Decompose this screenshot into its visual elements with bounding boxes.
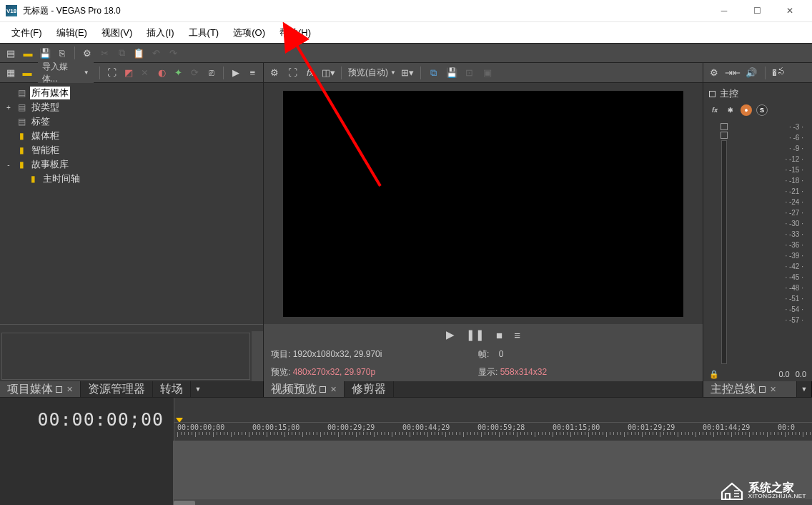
save-snapshot-icon[interactable]: 💾 (445, 67, 458, 79)
play-button[interactable]: ▶ (446, 328, 455, 341)
open-icon[interactable]: ▬ (21, 46, 34, 59)
tree-item-media-bins[interactable]: ▮ 媒体柜 (1, 129, 262, 143)
copy-snapshot-icon[interactable]: ⧉ (427, 67, 440, 79)
menu-view[interactable]: 视图(V) (94, 24, 139, 42)
copy-icon[interactable]: ⧉ (115, 46, 128, 59)
mixer-settings-icon[interactable]: ⚙ (708, 67, 721, 79)
thumbnail-view[interactable] (1, 333, 250, 380)
minimize-button[interactable]: ─ (708, 0, 741, 21)
menu-options[interactable]: 选项(O) (226, 24, 272, 42)
redo-icon[interactable]: ↷ (167, 46, 179, 59)
overlay-icon[interactable]: ⊞▾ (401, 67, 414, 79)
master-toggle-icon[interactable] (709, 91, 716, 97)
menu-insert[interactable]: 插入(I) (139, 24, 181, 42)
menu-button[interactable]: ≡ (514, 329, 520, 341)
preview-label: 预览: (271, 367, 290, 377)
menu-help[interactable]: 帮助(H) (272, 24, 318, 42)
master-mute-icon[interactable]: ● (741, 104, 752, 116)
expand-icon[interactable]: + (4, 104, 13, 112)
display-value: 558x314x32 (500, 367, 547, 377)
dim-icon[interactable]: 🔊 (745, 67, 758, 79)
dock-icon[interactable] (759, 386, 766, 393)
region-icon[interactable]: ⊡ (463, 67, 476, 79)
collapse-icon[interactable]: - (4, 161, 13, 169)
scrollbar-thumb[interactable] (174, 501, 195, 505)
dock-icon[interactable] (56, 386, 62, 393)
splitter-horizontal[interactable] (0, 324, 263, 331)
toolbar-separator (765, 67, 766, 79)
scale-tick: · -3 · (789, 123, 803, 131)
tab-explorer[interactable]: 资源管理器 (81, 381, 153, 397)
tree-item-main-timeline[interactable]: ▮ 主时间轴 (13, 172, 262, 186)
capture-icon[interactable]: ⛶ (106, 67, 118, 79)
video-fx-icon[interactable]: fx (304, 67, 317, 79)
undo-icon[interactable]: ↶ (149, 46, 162, 59)
render-icon[interactable]: ⎘ (56, 46, 69, 59)
media-fx-icon[interactable]: ✦ (172, 67, 184, 79)
media-folder-icon[interactable]: ▬ (21, 67, 33, 79)
media-view-icon[interactable]: ▦ (4, 67, 16, 79)
lock-icon[interactable]: 🔒 (709, 370, 719, 379)
timeline-ruler[interactable]: 00:00:00;0000:00:15;0000:00:29;2900:00:4… (174, 398, 812, 441)
downmix-icon[interactable]: ⇥⇤ (726, 67, 739, 79)
project-value: 1920x1080x32, 29.970i (293, 349, 382, 359)
preview-settings-icon[interactable]: ⚙ (268, 67, 281, 79)
import-media-button[interactable]: 导入媒体... ▼ (38, 59, 94, 87)
scrollbar-vertical[interactable] (252, 331, 263, 381)
cut-icon[interactable]: ✂ (98, 46, 111, 59)
tab-overflow-icon[interactable]: ▼ (797, 381, 811, 397)
safe-area-icon[interactable]: ▣ (481, 67, 494, 79)
split-screen-icon[interactable]: ◫▾ (322, 67, 335, 79)
save-icon[interactable]: 💾 (39, 46, 51, 59)
menu-edit[interactable]: 编辑(E) (49, 24, 94, 42)
track-header-area[interactable] (0, 441, 174, 505)
properties-icon[interactable]: ⚙ (81, 46, 94, 59)
pause-button[interactable]: ❚❚ (466, 328, 485, 341)
master-automation-icon[interactable]: ✱ (725, 104, 736, 116)
refresh-icon[interactable]: ⟳ (189, 67, 201, 79)
tab-label: 视频预览 (271, 382, 317, 397)
stop-button[interactable]: ■ (496, 329, 502, 341)
meter-peak-icon[interactable] (721, 132, 728, 139)
tab-master-bus[interactable]: 主控总线 ✕ (703, 381, 797, 397)
timecode-display[interactable]: 00:00:00;00 (0, 398, 174, 441)
tree-item-tags[interactable]: ▤ 标签 (1, 114, 262, 129)
preview-quality-dropdown[interactable]: 预览(自动) ▼ (348, 67, 396, 79)
scrollbar-horizontal[interactable] (174, 499, 812, 505)
paste-icon[interactable]: 📋 (132, 46, 145, 59)
project-label: 项目: (271, 349, 290, 359)
close-icon[interactable]: ✕ (66, 385, 73, 394)
tab-trimmer[interactable]: 修剪器 (345, 381, 394, 397)
tab-overflow-icon[interactable]: ▼ (191, 381, 205, 397)
play-icon[interactable]: ▶ (229, 67, 242, 79)
tree-item-storyboard[interactable]: - ▮ 故事板库 (1, 157, 262, 172)
tree-item-smart-bins[interactable]: ▮ 智能柜 (1, 143, 262, 157)
faders-icon[interactable]: �న (773, 67, 786, 79)
options-icon[interactable]: ≡ (247, 67, 259, 79)
dock-icon[interactable] (320, 386, 326, 393)
tab-project-media[interactable]: 项目媒体 ✕ (0, 381, 81, 397)
master-solo-icon[interactable]: S (756, 104, 768, 116)
close-icon[interactable]: ✕ (770, 385, 776, 394)
track-content-area[interactable] (174, 441, 812, 505)
tree-item-by-type[interactable]: + ▤ 按类型 (1, 100, 262, 114)
meter-peak-icon[interactable] (721, 123, 728, 130)
new-project-icon[interactable]: ▤ (4, 46, 17, 59)
menu-tools[interactable]: 工具(T) (182, 24, 227, 42)
tree-item-all-media[interactable]: ▤ 所有媒体 (1, 86, 262, 100)
master-fx-icon[interactable]: fx (709, 104, 721, 116)
menu-file[interactable]: 文件(F) (4, 24, 49, 42)
maximize-button[interactable]: ☐ (741, 0, 773, 21)
remove-icon[interactable]: ⨯ (139, 67, 151, 79)
close-button[interactable]: ✕ (773, 0, 806, 21)
external-monitor-icon[interactable]: ⛶ (286, 67, 299, 79)
close-icon[interactable]: ✕ (330, 385, 337, 394)
preview-viewport[interactable] (283, 91, 683, 317)
script-icon[interactable]: ⎚ (205, 67, 217, 79)
get-media-icon[interactable]: ◩ (122, 67, 134, 79)
tab-transitions[interactable]: 转场 (153, 381, 191, 397)
media-prop-icon[interactable]: ◐ (155, 67, 167, 79)
watermark-text-en: XITONGZHIJIA.NET (748, 494, 806, 500)
tab-video-preview[interactable]: 视频预览 ✕ (264, 381, 345, 397)
preview-quality-label: 预览(自动) (348, 67, 388, 79)
